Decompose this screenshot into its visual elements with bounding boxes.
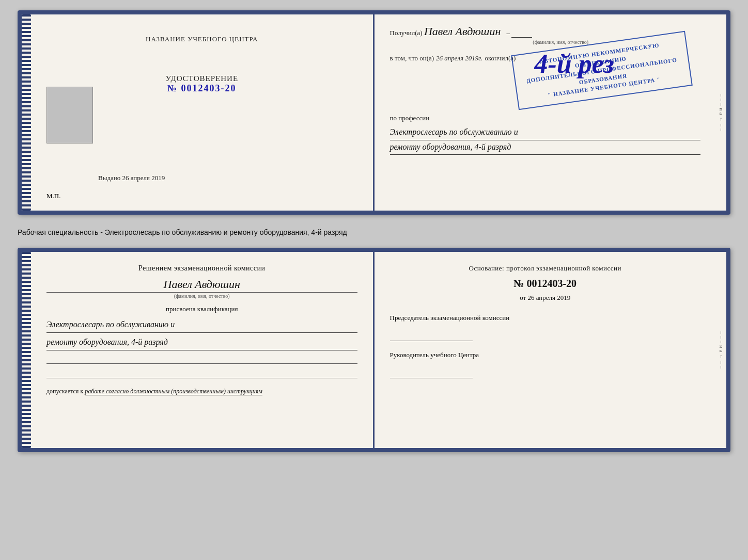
bottom-edge-char-3: – — [719, 341, 724, 343]
bottom-edge-char-6: ← — [719, 354, 724, 359]
edge-char-6: ← — [719, 117, 724, 122]
blank-line-2 — [46, 367, 357, 378]
vtom-date: 26 апреля 2019г. — [436, 54, 482, 62]
predsedatel-label: Председатель экзаменационной комиссии — [390, 313, 701, 323]
bottom-edge-char-1: – — [719, 331, 724, 334]
profession-line2: ремонту оборудования, 4-й разряд — [390, 140, 701, 155]
vydano-date: 26 апреля 2019 — [122, 174, 165, 182]
bottom-fio-hint: (фамилия, имя, отчество) — [46, 292, 357, 299]
bottom-right-edge-labels: – – – и а ← – – — [716, 252, 726, 448]
bottom-left-edge-decor — [22, 252, 31, 448]
edge-char-1: – — [719, 94, 724, 97]
left-edge-decor — [22, 14, 31, 211]
edge-char-4: и — [719, 108, 724, 110]
bottom-edge-char-8: – — [719, 366, 724, 369]
resheniem-title: Решением экзаменационной комиссии — [46, 264, 357, 273]
bottom-edge-char-5: а — [719, 350, 724, 352]
vydano-line: Выдано 26 апреля 2019 — [98, 174, 165, 182]
bottom-edge-char-2: – — [719, 336, 724, 339]
dopuskaetsya-prefix: допускается к — [46, 388, 83, 395]
center-title: НАЗВАНИЕ УЧЕБНОГО ЦЕНТРА — [146, 35, 258, 43]
qualification-line2: ремонту оборудования, 4-й разряд — [46, 335, 357, 350]
udostoverenie-label: УДОСТОВЕРЕНИЕ — [46, 74, 357, 83]
protocol-number: № 0012403-20 — [390, 278, 701, 290]
ot-prefix: от — [520, 294, 526, 301]
predsedatel-signature-line — [390, 331, 473, 341]
predsedatel-block: Председатель экзаменационной комиссии — [390, 313, 701, 341]
rukovoditel-signature-line — [390, 368, 473, 378]
prisvoyena-label: присвоена квалификация — [46, 305, 357, 313]
edge-char-5: а — [719, 113, 724, 115]
udostoverenie-block: УДОСТОВЕРЕНИЕ № 0012403-20 — [46, 74, 357, 94]
bottom-edge-char-7: – — [719, 361, 724, 364]
rukovoditel-block: Руководитель учебного Центра — [390, 350, 701, 378]
osnovanie-label: Основание: протокол экзаменационной коми… — [390, 264, 701, 273]
bottom-document-pair: Решением экзаменационной комиссии Павел … — [18, 248, 730, 452]
qualification-line1: Электрослесарь по обслуживанию и — [46, 317, 357, 333]
photo-placeholder — [46, 87, 93, 143]
edge-char-8: – — [719, 129, 724, 131]
profession-line1: Электрослесарь по обслуживанию и — [390, 125, 701, 140]
ot-date: от 26 апреля 2019 — [390, 294, 701, 302]
between-caption: Рабочая специальность - Электрослесарь п… — [18, 224, 730, 238]
center-title-block: НАЗВАНИЕ УЧЕБНОГО ЦЕНТРА — [46, 34, 357, 43]
vydano-prefix: Выдано — [98, 174, 120, 182]
profession-block: по профессии Электрослесарь по обслужива… — [390, 114, 701, 155]
vtom-prefix: в том, что он(а) — [390, 54, 434, 62]
mp-label: М.П. — [46, 192, 60, 200]
received-name: Павел Авдюшин — [424, 25, 501, 38]
top-right-page: Получил(а) Павел Авдюшин – (фамилия, имя… — [375, 14, 716, 211]
edge-char-3: – — [719, 103, 724, 106]
bottom-person-name: Павел Авдюшин — [46, 278, 357, 291]
bottom-left-page: Решением экзаменационной комиссии Павел … — [31, 252, 375, 448]
right-edge-labels: – – – и а ← – – — [716, 14, 726, 211]
top-left-page: НАЗВАНИЕ УЧЕБНОГО ЦЕНТРА УДОСТОВЕРЕНИЕ №… — [31, 14, 375, 211]
rukovoditel-label: Руководитель учебного Центра — [390, 350, 701, 360]
edge-char-7: – — [719, 124, 724, 126]
ot-date-value: 26 апреля 2019 — [527, 294, 570, 301]
dopuskaetsya-block: допускается к работе согласно должностны… — [46, 388, 357, 395]
received-prefix: Получил(а) — [390, 29, 423, 37]
top-document-pair: НАЗВАНИЕ УЧЕБНОГО ЦЕНТРА УДОСТОВЕРЕНИЕ №… — [18, 10, 730, 215]
edge-char-2: – — [719, 99, 724, 101]
bottom-right-page: Основание: протокол экзаменационной коми… — [375, 252, 716, 448]
udostoverenie-number: № 0012403-20 — [46, 83, 357, 94]
po-professii-label: по профессии — [390, 114, 701, 122]
big-4th-label: 4-й рез — [535, 51, 614, 77]
dopuskaetsya-value: работе согласно должностным (производств… — [85, 388, 262, 395]
bottom-edge-char-4: и — [719, 345, 724, 348]
blank-line-1 — [46, 353, 357, 364]
